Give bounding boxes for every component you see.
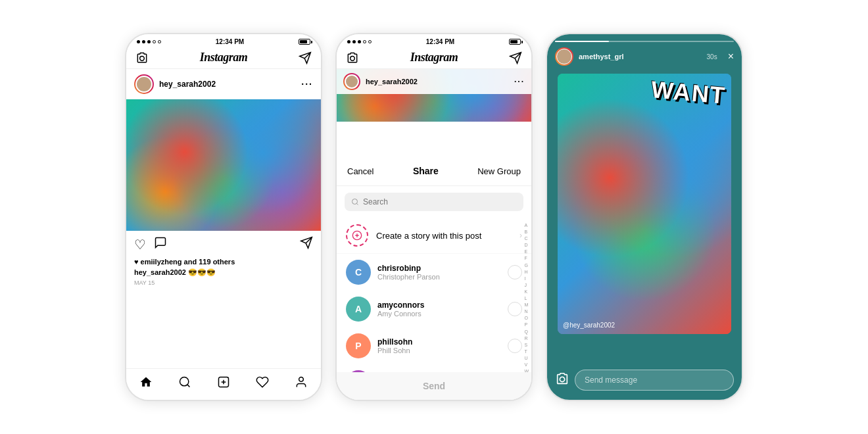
phone-3: amethyst_grl 30s × WANT @hey_sarah2002 xyxy=(546,33,743,401)
status-bar-1: 12:34 PM xyxy=(126,34,321,47)
svg-point-4 xyxy=(350,56,355,60)
signal-dots-2 xyxy=(347,40,372,43)
camera-button-2[interactable] xyxy=(346,51,359,64)
contact-fullname-3: Phill Sohn xyxy=(377,347,501,354)
story-username[interactable]: amethyst_grl xyxy=(579,53,702,60)
story-footer xyxy=(547,363,742,400)
contact-avatar-2: A xyxy=(346,297,371,322)
dot2-2 xyxy=(352,40,356,43)
story-header: amethyst_grl 30s × xyxy=(547,34,742,71)
cancel-button[interactable]: Cancel xyxy=(347,166,374,176)
chevron-right-icon: › xyxy=(519,231,522,240)
search-icon xyxy=(351,198,359,206)
contact-check-1[interactable] xyxy=(508,265,522,279)
send-button-modal[interactable]: Send xyxy=(345,381,523,391)
share-post-button[interactable] xyxy=(300,236,313,253)
bottom-nav xyxy=(126,368,321,400)
message-input[interactable] xyxy=(575,370,734,391)
battery-icon-2 xyxy=(509,39,521,45)
close-button[interactable]: × xyxy=(728,51,734,62)
more-options-2: ··· xyxy=(514,77,525,86)
story-img: WANT xyxy=(558,74,731,334)
more-options[interactable]: ··· xyxy=(301,79,313,89)
dot2-3 xyxy=(358,40,361,43)
contact-check-2[interactable] xyxy=(508,302,522,316)
contact-fullname-1: Christopher Parson xyxy=(377,273,501,281)
contact-avatar-3: P xyxy=(346,333,371,358)
dot2-1 xyxy=(347,40,350,43)
nav-search[interactable] xyxy=(178,375,191,392)
user-avatar[interactable] xyxy=(134,74,154,94)
post-date: May 15 xyxy=(126,278,321,291)
send-button[interactable] xyxy=(299,51,312,64)
dot-3 xyxy=(147,40,151,43)
instagram-logo: Instagram xyxy=(200,51,248,64)
caption-emoji: 😎😎😎 xyxy=(188,268,216,276)
story-crocs-visual xyxy=(558,74,731,334)
like-button[interactable]: ♡ xyxy=(134,237,146,253)
story-progress-bar xyxy=(555,41,734,42)
svg-point-7 xyxy=(560,377,564,381)
story-progress-fill xyxy=(555,41,609,42)
post-thumbnail: hey_sarah2002 ··· xyxy=(337,69,531,122)
camera-story-button[interactable] xyxy=(555,372,569,389)
svg-point-5 xyxy=(352,199,358,205)
phone-1: 12:34 PM Instagram hey_sarah2002 ··· ♡ xyxy=(125,33,322,401)
contact-info-3: phillsohn Phill Sohn xyxy=(377,337,501,354)
create-story-icon xyxy=(346,224,368,247)
share-title: Share xyxy=(413,166,439,176)
post-header-2: hey_sarah2002 ··· xyxy=(337,69,531,94)
dot-1 xyxy=(137,40,140,43)
share-modal: Cancel Share New Group A B C D E F G H I… xyxy=(337,157,531,400)
comment-button[interactable] xyxy=(154,236,167,253)
action-bar: ♡ xyxy=(126,231,321,258)
alphabet-sidebar: A B C D E F G H I J K L M N O P Q R S T … xyxy=(524,222,529,394)
post-likes[interactable]: ♥ emiilyzheng and 119 others xyxy=(126,258,321,268)
contact-row-1[interactable]: C chrisrobinp Christopher Parson xyxy=(337,254,531,291)
battery-fill xyxy=(300,40,307,43)
contact-info-2: amyconnors Amy Connors xyxy=(377,301,501,318)
contact-check-3[interactable] xyxy=(508,339,522,353)
contact-username-2: amyconnors xyxy=(377,301,501,310)
time-display-2: 12:34 PM xyxy=(426,38,454,45)
instagram-header: Instagram xyxy=(126,47,321,69)
dot2-5 xyxy=(368,40,372,43)
contact-row-3[interactable]: P phillsohn Phill Sohn xyxy=(337,327,531,364)
signal-dots xyxy=(137,40,161,43)
post-username-2: hey_sarah2002 xyxy=(366,78,418,85)
time-display: 12:34 PM xyxy=(216,38,244,45)
nav-add[interactable] xyxy=(217,375,230,392)
ig-header-2: Instagram xyxy=(337,47,531,69)
post-username[interactable]: hey_sarah2002 xyxy=(159,80,296,89)
battery-icon xyxy=(299,39,310,45)
story-tag: @hey_sarah2002 xyxy=(563,322,615,329)
story-avatar[interactable] xyxy=(555,47,573,66)
create-story-row[interactable]: Create a story with this post › xyxy=(337,218,531,254)
send-button-2[interactable] xyxy=(509,51,522,64)
search-input[interactable] xyxy=(363,197,517,206)
send-btn-area: Send xyxy=(337,372,531,400)
phone-2: 12:34 PM Instagram hey_sarah2002 ··· xyxy=(335,33,533,401)
story-time: 30s xyxy=(707,53,717,60)
nav-profile[interactable] xyxy=(295,375,308,392)
avatar-inner-2 xyxy=(345,74,359,89)
post-image xyxy=(126,99,321,231)
dot2-4 xyxy=(363,40,366,43)
search-bar xyxy=(345,193,523,211)
new-group-button[interactable]: New Group xyxy=(477,166,521,176)
contact-username-3: phillsohn xyxy=(377,337,501,347)
svg-point-1 xyxy=(180,377,188,386)
story-image-area: WANT @hey_sarah2002 xyxy=(558,74,731,334)
dot-5 xyxy=(158,40,161,43)
contact-info-1: chrisrobinp Christopher Parson xyxy=(377,264,501,281)
nav-heart[interactable] xyxy=(256,375,269,392)
nav-home[interactable] xyxy=(139,375,153,392)
camera-button[interactable] xyxy=(135,51,149,64)
post-header: hey_sarah2002 ··· xyxy=(126,69,321,99)
contact-row-2[interactable]: A amyconnors Amy Connors xyxy=(337,291,531,327)
dot-2 xyxy=(142,40,145,43)
share-header: Cancel Share New Group xyxy=(337,157,531,186)
status-bar-2: 12:34 PM xyxy=(337,34,531,47)
contact-fullname-2: Amy Connors xyxy=(377,310,501,318)
story-avatar-img xyxy=(556,49,572,64)
